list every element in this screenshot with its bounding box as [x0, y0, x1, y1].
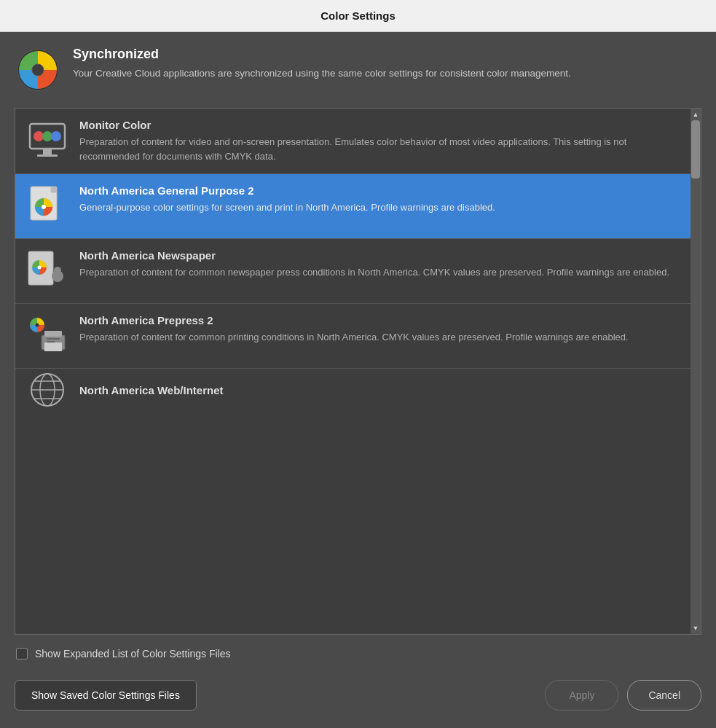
- north-america-gp2-content: North America General Purpose 2 General-…: [79, 184, 680, 215]
- svg-rect-20: [44, 343, 62, 351]
- sync-icon: [15, 47, 61, 93]
- svg-rect-7: [37, 154, 58, 157]
- dialog-title: Color Settings: [320, 9, 396, 22]
- north-america-gp2-desc: General-purpose color settings for scree…: [79, 200, 680, 215]
- north-america-newspaper-title: North America Newspaper: [79, 249, 680, 262]
- dialog-body: Synchronized Your Creative Cloud applica…: [0, 32, 716, 673]
- svg-point-10: [42, 205, 46, 209]
- list-item-north-america-newspaper[interactable]: North America Newspaper Preparation of c…: [15, 239, 691, 304]
- scrollbar-track[interactable]: [691, 120, 701, 622]
- svg-point-17: [36, 324, 39, 327]
- north-america-gp2-title: North America General Purpose 2: [79, 184, 680, 197]
- sync-text: Synchronized Your Creative Cloud applica…: [73, 47, 571, 81]
- footer: Show Saved Color Settings Files Apply Ca…: [0, 673, 716, 728]
- scroll-up-arrow[interactable]: ▲: [691, 109, 701, 120]
- svg-rect-19: [44, 331, 62, 337]
- color-settings-list-container: Monitor Color Preparation of content for…: [15, 108, 701, 635]
- monitor-color-title: Monitor Color: [79, 119, 680, 131]
- svg-point-1: [32, 64, 44, 76]
- title-bar: Color Settings: [0, 0, 716, 32]
- show-saved-button[interactable]: Show Saved Color Settings Files: [15, 680, 197, 711]
- north-america-prepress-2-desc: Preparation of content for common printi…: [79, 330, 680, 345]
- sync-description: Your Creative Cloud applications are syn…: [73, 66, 571, 81]
- scrollbar-thumb[interactable]: [691, 120, 700, 179]
- scrollbar[interactable]: ▲ ▼: [691, 109, 701, 634]
- north-america-prepress-2-title: North America Prepress 2: [79, 314, 680, 326]
- svg-point-13: [38, 266, 42, 270]
- color-settings-dialog: Color Settings Synchronized: [0, 0, 716, 728]
- printer-icon: [25, 314, 69, 358]
- list-item-monitor-color[interactable]: Monitor Color Preparation of content for…: [15, 109, 691, 174]
- north-america-web-title: North America Web/Internet: [79, 384, 680, 396]
- list-item-north-america-web[interactable]: North America Web/Internet: [15, 369, 691, 411]
- cancel-button[interactable]: Cancel: [627, 680, 701, 711]
- north-america-newspaper-content: North America Newspaper Preparation of c…: [79, 249, 680, 280]
- north-america-newspaper-desc: Preparation of content for common newspa…: [79, 265, 680, 280]
- north-america-prepress-2-content: North America Prepress 2 Preparation of …: [79, 314, 680, 345]
- sync-heading: Synchronized: [73, 47, 571, 62]
- globe-icon: [25, 369, 69, 411]
- apply-button[interactable]: Apply: [545, 680, 618, 711]
- monitor-icon: [25, 119, 69, 163]
- monitor-color-content: Monitor Color Preparation of content for…: [79, 119, 680, 163]
- checkbox-row: Show Expanded List of Color Settings Fil…: [15, 635, 701, 673]
- svg-rect-21: [47, 338, 60, 340]
- svg-point-3: [34, 131, 44, 141]
- svg-point-5: [51, 131, 61, 141]
- monitor-color-desc: Preparation of content for video and on-…: [79, 135, 680, 163]
- document-person-icon: [25, 249, 69, 293]
- svg-rect-22: [47, 341, 55, 343]
- sync-header: Synchronized Your Creative Cloud applica…: [15, 47, 701, 93]
- svg-point-4: [42, 131, 52, 141]
- document-color-icon: [25, 184, 69, 228]
- list-item-north-america-general-purpose-2[interactable]: North America General Purpose 2 General-…: [15, 174, 691, 239]
- scroll-down-arrow[interactable]: ▼: [691, 622, 701, 634]
- north-america-web-content: North America Web/Internet: [79, 384, 680, 396]
- svg-rect-6: [43, 149, 52, 154]
- list-scroll[interactable]: Monitor Color Preparation of content for…: [15, 109, 691, 634]
- expand-list-checkbox[interactable]: [16, 648, 28, 659]
- svg-point-15: [54, 267, 61, 274]
- expand-list-label: Show Expanded List of Color Settings Fil…: [35, 648, 230, 659]
- list-item-north-america-prepress-2[interactable]: North America Prepress 2 Preparation of …: [15, 304, 691, 369]
